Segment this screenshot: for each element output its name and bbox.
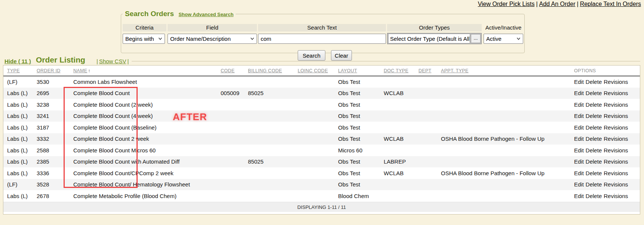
column-header-name[interactable]: NAME↑ [73,66,221,76]
cell-loinc-code [298,110,338,122]
table-row: Labs (L)2588Complete Blood Count Micros … [3,145,640,156]
replace-text-in-orders-link[interactable]: Replace Text In Orders [580,1,641,7]
active-inactive-select[interactable]: Active [484,34,523,44]
cell-dept [418,76,441,88]
field-header: Field [168,24,257,31]
order-listing-table: TYPEORDER IDNAME↑CODEBILLING CODELOINC C… [3,66,640,202]
show-advanced-search-link[interactable]: Show Advanced Search [178,12,233,17]
cell-billing-code [248,179,298,191]
edit-action[interactable]: Edit [574,79,584,85]
revisions-action[interactable]: Revisions [604,170,628,176]
cell-doc-type: WCLAB [384,133,418,145]
table-row: Labs (L)3187Complete Blood Count (Baseli… [3,122,640,133]
search-text-input[interactable]: com [258,34,386,44]
column-header-appt-type[interactable]: APPT. TYPE [441,66,574,76]
cell-code [221,179,248,191]
delete-action[interactable]: Delete [586,181,602,188]
cell-loinc-code [298,156,338,168]
column-header-billing-code[interactable]: BILLING CODE [248,66,298,76]
cell-order-id: 3528 [37,179,73,191]
delete-action[interactable]: Delete [586,90,602,96]
paging-status: DISPLAYING 1-11 / 11 [3,202,640,212]
revisions-action[interactable]: Revisions [604,158,628,165]
edit-action[interactable]: Edit [574,158,584,165]
cell-name: Complete Metabolic Profile (Blood Chem) [73,190,221,202]
cell-type: (LF) [3,179,37,191]
section-divider [132,61,640,61]
page: View Order Pick Lists|Add An Order|Repla… [0,0,644,225]
delete-action[interactable]: Delete [586,136,602,142]
delete-action[interactable]: Delete [586,113,602,119]
cell-appt-type [441,122,574,133]
cell-doc-type [384,110,418,122]
cell-billing-code [248,76,298,88]
revisions-action[interactable]: Revisions [604,181,628,188]
delete-action[interactable]: Delete [586,124,602,131]
edit-action[interactable]: Edit [574,193,584,199]
revisions-action[interactable]: Revisions [604,136,628,142]
show-csv-link[interactable]: Show CSV [99,58,126,64]
cell-appt-type [441,99,574,110]
cell-loinc-code [298,190,338,202]
cell-layout: Obs Test [338,133,384,145]
edit-action[interactable]: Edit [574,181,584,188]
column-header-order-id[interactable]: ORDER ID [37,66,73,76]
delete-action[interactable]: Delete [586,193,602,199]
cell-dept [418,110,441,122]
edit-action[interactable]: Edit [574,136,584,142]
order-type-browse-button[interactable]: ... [471,34,481,43]
cell-layout: Obs Test [338,122,384,133]
revisions-action[interactable]: Revisions [604,113,628,119]
column-header-layout[interactable]: LAYOUT [338,66,384,76]
cell-billing-code: 85025 [248,88,298,99]
add-an-order-link[interactable]: Add An Order [539,1,576,7]
field-select[interactable]: Order Name/Description [168,34,257,44]
cell-dept [418,122,441,133]
csv-prefix: | [96,58,98,64]
column-header-loinc-code[interactable]: LOINC CODE [298,66,338,76]
table-row: Labs (L)3238Complete Blood Count (2 week… [3,99,640,110]
cell-appt-type [441,145,574,156]
cell-billing-code [248,110,298,122]
hide-count-link[interactable]: Hide ( 11 ) [4,58,31,64]
revisions-action[interactable]: Revisions [604,124,628,131]
cell-layout: Micros 60 [338,145,384,156]
delete-action[interactable]: Delete [586,158,602,165]
delete-action[interactable]: Delete [586,101,602,108]
cell-options: EditDeleteRevisions [574,167,640,179]
cell-loinc-code [298,145,338,156]
revisions-action[interactable]: Revisions [604,90,628,96]
cell-options: EditDeleteRevisions [574,110,640,122]
delete-action[interactable]: Delete [586,170,602,176]
edit-action[interactable]: Edit [574,113,584,119]
edit-action[interactable]: Edit [574,124,584,131]
revisions-action[interactable]: Revisions [604,147,628,153]
edit-action[interactable]: Edit [574,90,584,96]
column-header-code[interactable]: CODE [221,66,248,76]
cell-appt-type [441,156,574,168]
cell-name: Complete Blood Count (4 week) [73,110,221,122]
edit-action[interactable]: Edit [574,147,584,153]
cell-order-id: 3332 [37,133,73,145]
column-header-type[interactable]: TYPE [3,66,37,76]
edit-action[interactable]: Edit [574,101,584,108]
top-nav: View Order Pick Lists|Add An Order|Repla… [478,1,641,7]
cell-order-id: 3238 [37,99,73,110]
cell-loinc-code [298,179,338,191]
cell-options: EditDeleteRevisions [574,145,640,156]
criteria-select[interactable]: Begins with [123,34,165,44]
revisions-action[interactable]: Revisions [604,101,628,108]
cell-appt-type: OSHA Blood Borne Pathogen - Follow Up [441,167,574,179]
column-header-doc-type[interactable]: DOC TYPE [384,66,418,76]
cell-code: 005009 [221,88,248,99]
view-order-pick-lists-link[interactable]: View Order Pick Lists [478,1,535,7]
order-type-picker[interactable]: Select Order Type (Default is All) ... [387,33,482,44]
delete-action[interactable]: Delete [586,147,602,153]
revisions-action[interactable]: Revisions [604,79,628,85]
column-header-dept[interactable]: DEPT [418,66,441,76]
cell-code [221,167,248,179]
order-listing-title: Order Listing [36,55,85,64]
edit-action[interactable]: Edit [574,170,584,176]
revisions-action[interactable]: Revisions [604,193,628,199]
delete-action[interactable]: Delete [586,79,602,85]
